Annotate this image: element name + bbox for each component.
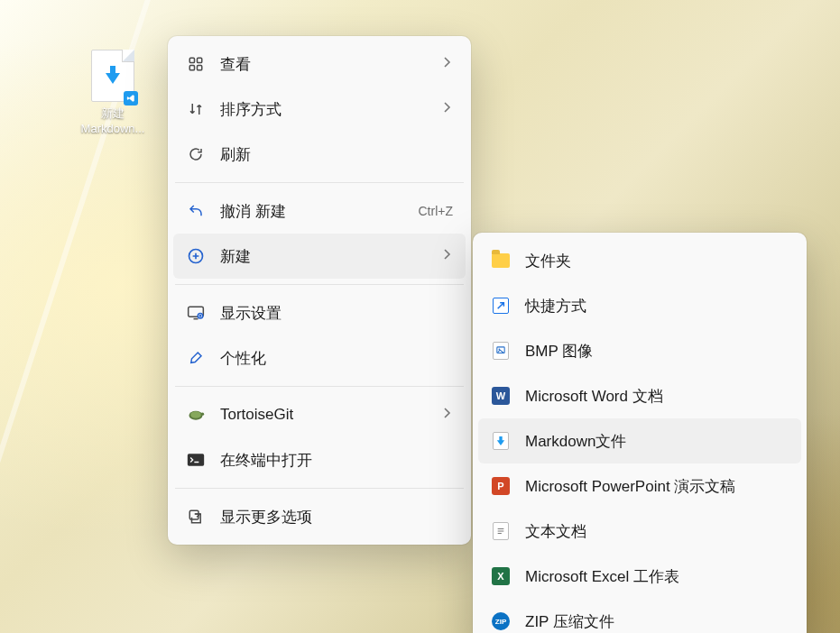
svg-rect-11 <box>189 510 198 519</box>
submenu-folder[interactable]: 文件夹 <box>478 238 801 283</box>
menu-label: BMP 图像 <box>525 341 789 362</box>
svg-rect-1 <box>198 58 202 62</box>
menu-label: TortoiseGit <box>220 406 428 424</box>
separator <box>175 182 464 183</box>
chevron-right-icon <box>442 55 453 73</box>
submenu-word[interactable]: W Microsoft Word 文档 <box>478 373 801 418</box>
menu-undo-new[interactable]: 撤消 新建 Ctrl+Z <box>173 188 466 234</box>
menu-open-terminal[interactable]: 在终端中打开 <box>173 437 466 482</box>
menu-label: Markdown文件 <box>525 431 789 452</box>
folder-icon <box>491 251 511 271</box>
excel-file-icon: X <box>491 566 511 586</box>
menu-label: ZIP 压缩文件 <box>525 611 789 632</box>
grid-icon <box>186 54 206 74</box>
word-file-icon: W <box>491 386 511 406</box>
menu-sort[interactable]: 排序方式 <box>173 87 466 132</box>
new-icon <box>186 246 206 266</box>
menu-label: Microsoft Excel 工作表 <box>525 566 789 587</box>
submenu-txt[interactable]: 文本文档 <box>478 509 801 554</box>
menu-new[interactable]: 新建 <box>173 234 466 279</box>
svg-point-8 <box>190 411 201 418</box>
separator <box>175 386 464 387</box>
menu-label: 刷新 <box>220 144 453 165</box>
new-submenu: 文件夹 快捷方式 BMP 图像 W Microsoft Word 文档 Mark… <box>473 233 807 633</box>
submenu-bmp[interactable]: BMP 图像 <box>478 328 801 373</box>
menu-show-more[interactable]: 显示更多选项 <box>173 494 466 539</box>
separator <box>175 488 464 489</box>
show-more-icon <box>186 507 206 527</box>
terminal-icon <box>186 450 206 470</box>
menu-label: Microsoft Word 文档 <box>525 386 789 407</box>
context-menu: 查看 排序方式 刷新 撤消 新建 Ctrl+Z 新建 显示设置 <box>168 36 471 545</box>
menu-personalize[interactable]: 个性化 <box>173 335 466 381</box>
menu-label: 排序方式 <box>220 99 428 120</box>
desktop-file-markdown[interactable]: 新建Markdown... <box>72 50 153 136</box>
shortcut-icon <box>491 296 511 316</box>
powerpoint-file-icon: P <box>491 476 511 496</box>
refresh-icon <box>186 144 206 164</box>
zip-file-icon: ZIP <box>491 611 511 631</box>
menu-label: 个性化 <box>220 348 453 369</box>
bmp-file-icon <box>491 341 511 361</box>
menu-label: 快捷方式 <box>525 296 789 316</box>
submenu-markdown[interactable]: Markdown文件 <box>478 418 801 463</box>
file-label: 新建Markdown... <box>81 106 145 136</box>
paintbrush-icon <box>186 348 206 368</box>
svg-rect-0 <box>189 58 194 62</box>
menu-shortcut: Ctrl+Z <box>419 204 454 218</box>
submenu-excel[interactable]: X Microsoft Excel 工作表 <box>478 554 801 599</box>
svg-rect-3 <box>198 66 202 70</box>
svg-rect-10 <box>188 454 204 465</box>
display-settings-icon <box>186 303 206 323</box>
chevron-right-icon <box>442 406 453 424</box>
text-file-icon <box>491 521 511 541</box>
menu-label: 显示更多选项 <box>220 507 453 528</box>
menu-label: 新建 <box>220 246 428 267</box>
svg-point-9 <box>201 413 204 416</box>
desktop-background[interactable]: 新建Markdown... 查看 排序方式 刷新 撤消 新建 Ctrl+Z 新建 <box>0 0 840 633</box>
separator <box>175 284 464 285</box>
menu-label: 在终端中打开 <box>220 450 453 471</box>
sort-icon <box>186 99 206 119</box>
chevron-right-icon <box>442 100 453 118</box>
undo-icon <box>186 201 206 221</box>
submenu-shortcut[interactable]: 快捷方式 <box>478 283 801 328</box>
menu-refresh[interactable]: 刷新 <box>173 132 466 177</box>
menu-label: 撤消 新建 <box>220 201 404 222</box>
menu-label: 文件夹 <box>525 251 789 271</box>
menu-tortoisegit[interactable]: TortoiseGit <box>173 392 466 437</box>
menu-label: 文本文档 <box>525 521 789 542</box>
tortoisegit-icon <box>186 405 206 425</box>
menu-view[interactable]: 查看 <box>173 41 466 87</box>
svg-rect-2 <box>189 66 194 70</box>
markdown-file-icon <box>491 431 511 451</box>
menu-label: 显示设置 <box>220 303 453 324</box>
chevron-right-icon <box>442 247 453 265</box>
submenu-zip[interactable]: ZIP ZIP 压缩文件 <box>478 599 801 633</box>
menu-label: Microsoft PowerPoint 演示文稿 <box>525 476 789 497</box>
menu-label: 查看 <box>220 54 428 75</box>
vscode-badge-icon <box>124 91 138 106</box>
menu-display-settings[interactable]: 显示设置 <box>173 290 466 335</box>
submenu-powerpoint[interactable]: P Microsoft PowerPoint 演示文稿 <box>478 463 801 509</box>
file-icon <box>91 50 134 102</box>
